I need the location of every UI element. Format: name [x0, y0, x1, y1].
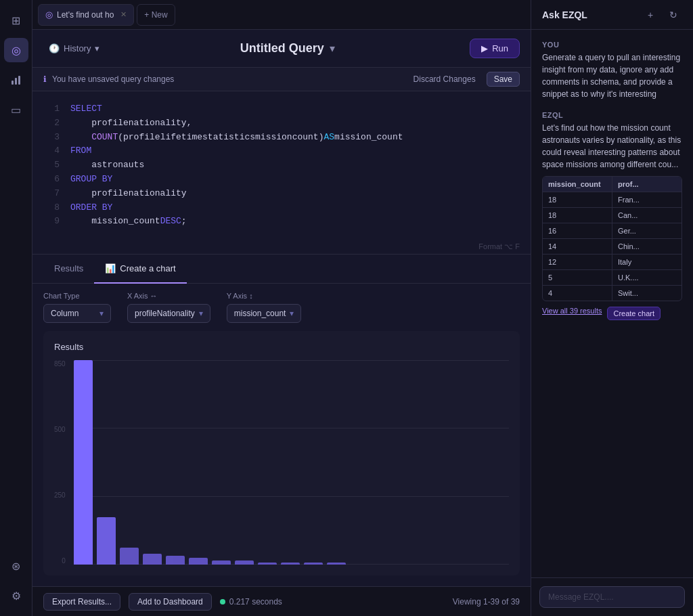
- status-bar: Export Results... Add to Dashboard 0.217…: [32, 586, 531, 616]
- query-title: Untitled Query: [240, 41, 324, 56]
- history-clock-icon: 🕐: [49, 43, 60, 53]
- cell-nation: Swit...: [612, 286, 681, 301]
- chart-type-value: Column: [51, 309, 79, 318]
- table-row: 16 Ger...: [543, 223, 681, 239]
- main-area: ◎ Let's find out ho ✕ + New 🕐 History ▾ …: [32, 0, 531, 616]
- chart-type-select[interactable]: Column ▾: [43, 304, 111, 323]
- view-all-results-button[interactable]: View all 39 results: [542, 307, 602, 320]
- y-axis-control: Y Axis ↕ mission_count ▾: [227, 292, 302, 323]
- grid-line-mid1: [74, 428, 509, 428]
- y-axis-select[interactable]: mission_count ▾: [227, 304, 302, 323]
- code-line-2: 2 profilenationality,: [43, 116, 520, 131]
- chart-bar: [143, 554, 162, 565]
- chart-bar: [189, 558, 208, 565]
- far-sidebar: ⊞ ◎ ▭ ⊛ ⚙: [0, 0, 32, 616]
- active-tab[interactable]: ◎ Let's find out ho ✕: [38, 4, 134, 26]
- table-row: 4 Swit...: [543, 286, 681, 301]
- refresh-button[interactable]: ↻: [665, 6, 682, 24]
- chat-sender-ezql: EZQL: [542, 111, 682, 119]
- right-panel-header: Ask EZQL + ↻: [531, 0, 693, 30]
- add-chat-button[interactable]: +: [642, 6, 659, 24]
- tab-close-button[interactable]: ✕: [120, 10, 127, 19]
- y-axis-chevron-icon: ▾: [290, 309, 294, 318]
- document-icon[interactable]: ▭: [4, 97, 28, 122]
- chart-area: Results 850 500 250 0: [43, 331, 520, 575]
- tab-results-label: Results: [54, 263, 83, 273]
- unsaved-changes-bar: ℹ You have unsaved query changes Discard…: [32, 68, 531, 91]
- cell-val: 16: [543, 223, 612, 238]
- search-icon[interactable]: ◎: [4, 38, 28, 62]
- code-line-8: 8 ORDER BY: [43, 201, 520, 215]
- ask-ezql-title: Ask EZQL: [542, 9, 642, 20]
- query-time: 0.217 seconds: [220, 597, 282, 607]
- query-time-value: 0.217 seconds: [229, 597, 282, 607]
- table-row: 18 Fran...: [543, 192, 681, 208]
- message-input-area: [531, 577, 693, 616]
- x-axis-select[interactable]: profileNationality ▾: [127, 304, 210, 323]
- query-header: 🕐 History ▾ Untitled Query ▾ ▶ Run: [32, 30, 531, 68]
- x-axis-label: X Axis ↔: [127, 292, 210, 300]
- header-col-mission-count: mission_count: [543, 177, 612, 192]
- add-to-dashboard-button[interactable]: Add to Dashboard: [129, 593, 212, 611]
- code-line-1: 1 SELECT: [43, 102, 520, 116]
- history-button[interactable]: 🕐 History ▾: [43, 41, 105, 56]
- cell-val: 14: [543, 239, 612, 254]
- grid-line-mid2: [74, 496, 509, 497]
- sidebar-bottom: ⊛ ⚙: [4, 554, 28, 608]
- chart-bar: [258, 563, 277, 565]
- bars-area: [74, 360, 509, 565]
- layout-icon[interactable]: ⊞: [4, 8, 28, 32]
- run-play-icon: ▶: [481, 43, 488, 53]
- tab-create-chart-label: Create a chart: [120, 263, 175, 273]
- result-tabs: Results 📊 Create a chart: [32, 254, 531, 284]
- code-line-7: 7 profilenationality: [43, 187, 520, 201]
- tabs-bar: ◎ Let's find out ho ✕ + New: [32, 0, 531, 30]
- chart-tab-icon: 📊: [105, 263, 116, 273]
- x-axis-value: profileNationality: [135, 309, 195, 318]
- x-axis-control: X Axis ↔ profileNationality ▾: [127, 292, 210, 323]
- query-title-area: Untitled Query ▾: [105, 41, 470, 56]
- chart-bar: [212, 560, 231, 565]
- cell-val: 4: [543, 286, 612, 301]
- chart-bar: [97, 517, 116, 565]
- chat-sender-you: You: [542, 41, 682, 49]
- discard-changes-button[interactable]: Discard Changes: [408, 72, 481, 86]
- viewing-text: Viewing 1-39 of 39: [453, 597, 520, 607]
- table-row: 18 Can...: [543, 208, 681, 223]
- cell-nation: U.K....: [612, 270, 681, 285]
- message-input[interactable]: [539, 586, 685, 608]
- chart-bar: [304, 563, 323, 565]
- x-axis-chevron-icon: ▾: [199, 309, 203, 318]
- chart-container: 850 500 250 0: [54, 360, 509, 565]
- tab-query-icon: ◎: [45, 9, 53, 20]
- database-icon[interactable]: ⊛: [4, 554, 28, 578]
- query-title-chevron-icon[interactable]: ▾: [330, 42, 335, 55]
- tab-label: Let's find out ho: [57, 10, 114, 20]
- chart-bar: [235, 560, 254, 565]
- chart-bar: [166, 556, 185, 565]
- run-button[interactable]: ▶ Run: [470, 39, 520, 58]
- header-col-prof: prof...: [612, 177, 681, 192]
- tab-results[interactable]: Results: [43, 254, 94, 284]
- chart-icon[interactable]: [4, 68, 28, 92]
- settings-icon[interactable]: ⚙: [4, 584, 28, 608]
- status-dot-icon: [220, 599, 225, 604]
- cell-val: 5: [543, 270, 612, 285]
- cell-val: 18: [543, 208, 612, 223]
- format-hint: Format ⌥ F: [32, 240, 531, 254]
- code-line-6: 6 GROUP BY: [43, 173, 520, 187]
- grid-line-top: [74, 360, 509, 361]
- code-editor[interactable]: 1 SELECT 2 profilenationality, 3 COUNT(p…: [32, 91, 531, 240]
- new-tab-label: + New: [144, 10, 167, 20]
- cell-val: 18: [543, 192, 612, 207]
- new-tab-button[interactable]: + New: [137, 4, 175, 26]
- export-button[interactable]: Export Results...: [43, 593, 120, 611]
- cell-val: 12: [543, 255, 612, 269]
- create-chart-button[interactable]: Create chart: [607, 307, 661, 320]
- svg-rect-2: [18, 76, 20, 85]
- code-line-5: 5 astronauts: [43, 158, 520, 173]
- table-actions: View all 39 results Create chart: [542, 301, 682, 323]
- save-button[interactable]: Save: [487, 72, 520, 87]
- chat-text-ezql: Let's find out how the mission count ast…: [542, 122, 682, 171]
- tab-create-chart[interactable]: 📊 Create a chart: [94, 254, 186, 284]
